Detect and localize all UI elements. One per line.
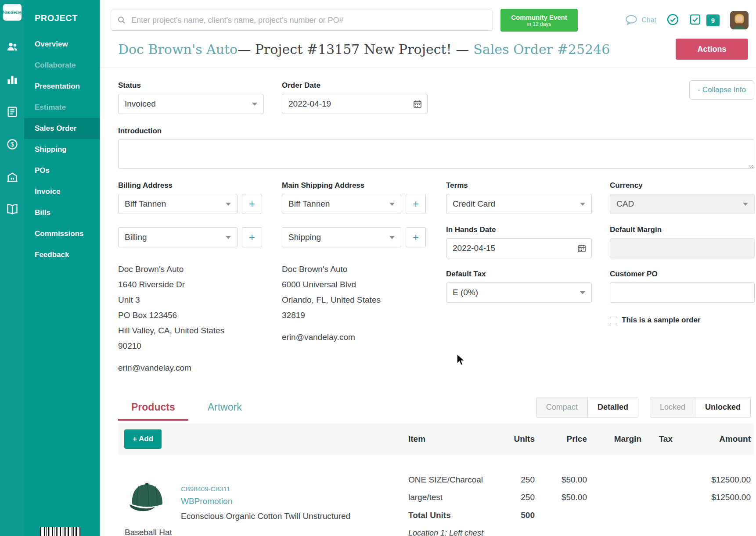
customer-po-input[interactable] [610, 282, 755, 303]
locked-toggle[interactable]: Locked [650, 397, 695, 417]
finance-icon[interactable]: $ [6, 138, 18, 150]
terms-select[interactable]: Credit Card [446, 194, 592, 214]
billing-type-value: Billing [125, 232, 147, 242]
contacts-icon[interactable] [6, 41, 18, 53]
add-billing-contact-button[interactable]: + [242, 194, 262, 214]
sidebar-item-feedback[interactable]: Feedback [24, 244, 100, 265]
compact-toggle[interactable]: Compact [536, 397, 587, 417]
search-icon [117, 16, 126, 25]
default-tax-label: Default Tax [446, 270, 592, 279]
products-table-header: + Add Item Units Price Margin Tax Amount [118, 423, 754, 455]
svg-text:$: $ [11, 141, 14, 148]
chevron-down-icon [580, 203, 585, 206]
default-tax-select[interactable]: E (0%) [446, 282, 592, 303]
shipping-address-label: Main Shipping Address [282, 181, 431, 190]
chevron-down-icon [389, 236, 395, 239]
sales-order-link[interactable]: Sales Order #25246 [473, 42, 610, 57]
default-tax-value: E (0%) [453, 288, 478, 297]
view-mode-toggle: Compact Detailed [536, 397, 638, 418]
community-event-button[interactable]: Community Event in 12 days [500, 9, 578, 32]
total-units-label: Total Units [408, 511, 487, 520]
sidebar-item-collaborate[interactable]: Collaborate [24, 55, 100, 76]
product-sku-link[interactable]: CB98409-CB311 [181, 485, 230, 493]
companies-icon[interactable] [6, 171, 18, 183]
order-date-input[interactable]: 2022-04-19 [282, 94, 428, 114]
amount-cell: $12500.00 [673, 493, 751, 502]
default-margin-input[interactable] [610, 238, 755, 258]
sidebar-item-bills[interactable]: Bills [24, 202, 100, 223]
status-label: Status [118, 81, 264, 90]
tasks-icon[interactable] [689, 14, 701, 27]
collapse-info-button[interactable]: - Collapse Info [689, 80, 754, 100]
notification-badge[interactable]: 9 [706, 14, 720, 26]
tab-artwork[interactable]: Artwork [204, 397, 245, 421]
orders-icon[interactable] [6, 106, 18, 118]
vandelay-logo-text: Vandelay [2, 10, 22, 14]
detailed-toggle[interactable]: Detailed [587, 397, 638, 417]
reports-icon[interactable] [6, 73, 18, 86]
chevron-down-icon [252, 103, 257, 106]
vandelay-logo[interactable]: Vandelay [3, 4, 22, 21]
sidebar-item-sales-order[interactable]: Sales Order [24, 118, 100, 139]
add-shipping-address-button[interactable]: + [406, 227, 426, 247]
chevron-down-icon [226, 236, 231, 239]
app-root: Vandelay $ PROJECT Overview Collaborate … [0, 0, 756, 536]
community-event-title: Community Event [511, 14, 567, 21]
actions-button[interactable]: Actions [676, 39, 748, 60]
units-cell: 250 [487, 493, 535, 502]
shipping-type-select[interactable]: Shipping [282, 227, 401, 247]
chevron-down-icon [389, 203, 395, 206]
table-row[interactable]: large/test 250 $50.00 $12500.00 [118, 493, 754, 502]
main-content: Community Event in 12 days Chat 9 [100, 0, 756, 536]
currency-select[interactable]: CAD [610, 194, 755, 214]
sidebar-item-shipping[interactable]: Shipping [24, 139, 100, 160]
column-header-margin: Margin [587, 434, 641, 444]
avatar[interactable] [730, 11, 749, 29]
community-event-subtitle: in 12 days [527, 21, 551, 27]
client-link[interactable]: Doc Brown's Auto [118, 42, 238, 57]
sample-order-checkbox[interactable] [610, 317, 617, 324]
add-billing-address-button[interactable]: + [242, 227, 262, 247]
chat-button[interactable]: Chat [625, 14, 656, 26]
sidebar-item-commissions[interactable]: Commissions [24, 223, 100, 244]
check-circle-icon[interactable] [667, 14, 679, 27]
add-product-button[interactable]: + Add [124, 429, 162, 449]
sidebar-item-overview[interactable]: Overview [24, 34, 100, 55]
shipping-address-text: Doc Brown's Auto 6000 Universal Blvd Orl… [282, 261, 431, 323]
search-input[interactable] [111, 10, 493, 31]
tab-products[interactable]: Products [118, 397, 188, 421]
add-shipping-contact-button[interactable]: + [406, 194, 426, 214]
amount-cell: $12500.00 [673, 475, 751, 485]
lock-toggle: Locked Unlocked [650, 397, 751, 418]
billing-email: erin@vandelay.com [118, 363, 267, 373]
billing-address-label: Billing Address [118, 181, 267, 190]
project-title-segment: — Project #13157 New Project! — [238, 42, 469, 57]
unlocked-toggle[interactable]: Unlocked [695, 397, 750, 417]
terms-label: Terms [446, 181, 592, 190]
shipping-contact-select[interactable]: Biff Tannen [282, 194, 401, 214]
in-hands-date-label: In Hands Date [446, 225, 592, 234]
sidebar-item-presentation[interactable]: Presentation [24, 76, 100, 97]
table-row[interactable]: ONE SIZE/Charcoal 250 $50.00 $12500.00 [118, 475, 754, 485]
sidebar-item-estimate[interactable]: Estimate [24, 97, 100, 118]
project-sidebar: PROJECT Overview Collaborate Presentatio… [24, 0, 100, 536]
sidebar-item-invoice[interactable]: Invoice [24, 181, 100, 202]
shipping-type-value: Shipping [288, 232, 321, 242]
billing-contact-select[interactable]: Biff Tannen [118, 194, 238, 214]
status-select[interactable]: Invoiced [118, 94, 264, 114]
page-header: Doc Brown's Auto— Project #13157 New Pro… [100, 39, 756, 60]
catalog-icon[interactable] [6, 203, 18, 215]
column-header-amount: Amount [673, 434, 751, 444]
currency-value: CAD [616, 199, 634, 209]
price-cell: $50.00 [535, 493, 587, 502]
page-title: Doc Brown's Auto— Project #13157 New Pro… [118, 42, 676, 57]
billing-type-select[interactable]: Billing [118, 227, 238, 247]
introduction-label: Introduction [118, 127, 754, 136]
in-hands-date-input[interactable]: 2022-04-15 [446, 238, 592, 258]
sidebar-item-pos[interactable]: POs [24, 160, 100, 181]
customer-po-label: Customer PO [610, 270, 755, 279]
currency-label: Currency [610, 181, 755, 190]
introduction-textarea[interactable] [118, 139, 754, 169]
chevron-down-icon [226, 203, 231, 206]
units-cell: 250 [487, 475, 535, 485]
